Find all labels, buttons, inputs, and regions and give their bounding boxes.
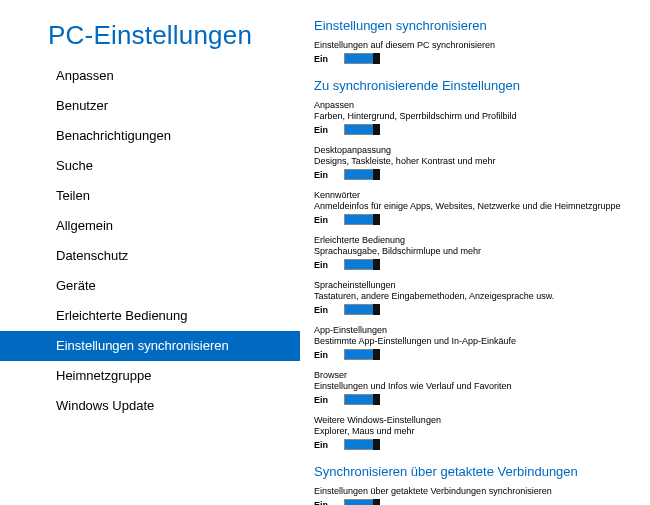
toggle-state-label: Ein [314,500,344,506]
toggle-switch[interactable] [344,53,380,64]
setting: Einstellungen über getaktete Verbindunge… [314,485,640,505]
setting-title: Erleichterte Bedienung [314,234,640,246]
setting-desc: Designs, Taskleiste, hoher Kontrast und … [314,156,640,167]
toggle-row: Ein [314,124,640,135]
sidebar-item[interactable]: Benutzer [0,91,300,121]
toggle-switch[interactable] [344,124,380,135]
sidebar: PC-Einstellungen AnpassenBenutzerBenachr… [0,0,300,505]
toggle-row: Ein [314,439,640,450]
toggle-knob [373,349,380,360]
setting-desc: Tastaturen, andere Eingabemethoden, Anze… [314,291,640,302]
toggle-row: Ein [314,499,640,505]
setting-desc: Bestimmte App-Einstellungen und In-App-E… [314,336,640,347]
sidebar-item[interactable]: Windows Update [0,391,300,421]
sidebar-nav: AnpassenBenutzerBenachrichtigungenSucheT… [0,61,300,421]
sidebar-item[interactable]: Heimnetzgruppe [0,361,300,391]
toggle-state-label: Ein [314,350,344,360]
setting-desc: Sprachausgabe, Bildschirmlupe und mehr [314,246,640,257]
toggle-state-label: Ein [314,305,344,315]
sidebar-item[interactable]: Datenschutz [0,241,300,271]
toggle-knob [373,214,380,225]
setting-title: Weitere Windows-Einstellungen [314,414,640,426]
setting-title: Spracheinstellungen [314,279,640,291]
sidebar-item[interactable]: Geräte [0,271,300,301]
toggle-row: Ein [314,349,640,360]
sidebar-item[interactable]: Erleichterte Bedienung [0,301,300,331]
setting: Einstellungen auf diesem PC synchronisie… [314,39,640,64]
setting-desc: Anmeldeinfos für einige Apps, Websites, … [314,201,640,212]
toggle-knob [373,124,380,135]
setting: DesktopanpassungDesigns, Taskleiste, hoh… [314,144,640,180]
sidebar-item[interactable]: Einstellungen synchronisieren [0,331,300,361]
toggle-row: Ein [314,304,640,315]
toggle-knob [373,169,380,180]
setting-desc: Farben, Hintergrund, Sperrbildschirm und… [314,111,640,122]
setting-title: App-Einstellungen [314,324,640,336]
setting-title: Kennwörter [314,189,640,201]
toggle-switch[interactable] [344,499,380,505]
setting-title: Browser [314,369,640,381]
toggle-switch[interactable] [344,214,380,225]
app-root: PC-Einstellungen AnpassenBenutzerBenachr… [0,0,650,505]
toggle-state-label: Ein [314,395,344,405]
setting: KennwörterAnmeldeinfos für einige Apps, … [314,189,640,225]
setting-title: Anpassen [314,99,640,111]
toggle-state-label: Ein [314,440,344,450]
toggle-knob [373,259,380,270]
toggle-state-label: Ein [314,54,344,64]
toggle-knob [373,304,380,315]
toggle-row: Ein [314,53,640,64]
toggle-knob [373,53,380,64]
toggle-state-label: Ein [314,215,344,225]
setting-title: Desktopanpassung [314,144,640,156]
setting-desc: Einstellungen auf diesem PC synchronisie… [314,39,640,51]
section-header: Synchronisieren über getaktete Verbindun… [314,464,640,479]
setting: SpracheinstellungenTastaturen, andere Ei… [314,279,640,315]
toggle-knob [373,439,380,450]
toggle-switch[interactable] [344,349,380,360]
toggle-row: Ein [314,394,640,405]
toggle-switch[interactable] [344,259,380,270]
sidebar-item[interactable]: Benachrichtigungen [0,121,300,151]
toggle-switch[interactable] [344,394,380,405]
sidebar-item[interactable]: Suche [0,151,300,181]
toggle-row: Ein [314,214,640,225]
toggle-switch[interactable] [344,304,380,315]
toggle-row: Ein [314,169,640,180]
setting-desc: Einstellungen über getaktete Verbindunge… [314,485,640,497]
sidebar-item[interactable]: Anpassen [0,61,300,91]
setting: Weitere Windows-EinstellungenExplorer, M… [314,414,640,450]
toggle-knob [373,499,380,505]
toggle-state-label: Ein [314,125,344,135]
setting: App-EinstellungenBestimmte App-Einstellu… [314,324,640,360]
sidebar-title: PC-Einstellungen [0,20,300,61]
setting-desc: Explorer, Maus und mehr [314,426,640,437]
sidebar-item[interactable]: Teilen [0,181,300,211]
sidebar-item[interactable]: Allgemein [0,211,300,241]
toggle-state-label: Ein [314,260,344,270]
toggle-row: Ein [314,259,640,270]
content-pane: Einstellungen synchronisierenEinstellung… [300,0,650,505]
section-header: Zu synchronisierende Einstellungen [314,78,640,93]
setting: BrowserEinstellungen und Infos wie Verla… [314,369,640,405]
toggle-switch[interactable] [344,439,380,450]
setting: AnpassenFarben, Hintergrund, Sperrbildsc… [314,99,640,135]
section-header: Einstellungen synchronisieren [314,18,640,33]
toggle-knob [373,394,380,405]
setting: Erleichterte BedienungSprachausgabe, Bil… [314,234,640,270]
toggle-state-label: Ein [314,170,344,180]
setting-desc: Einstellungen und Infos wie Verlauf und … [314,381,640,392]
toggle-switch[interactable] [344,169,380,180]
